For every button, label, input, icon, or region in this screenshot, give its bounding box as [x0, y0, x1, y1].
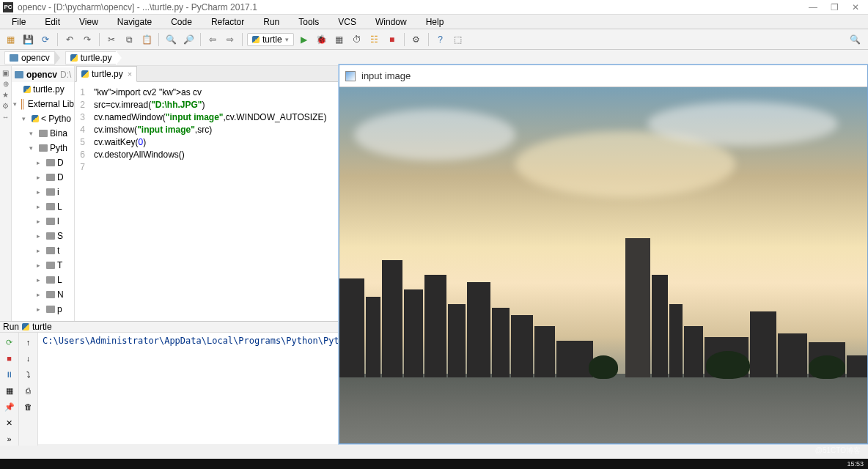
tree-folder[interactable]: ▸t: [12, 243, 74, 258]
expand-icon[interactable]: ▸: [37, 159, 44, 166]
tree-folder-label: t: [57, 245, 59, 256]
pause-icon[interactable]: ⏸: [3, 368, 16, 381]
tree-file[interactable]: turtle.py: [12, 82, 74, 97]
menu-run[interactable]: Run: [254, 17, 288, 27]
toolbar: ▦ 💾 ⟳ ↶ ↷ ✂ ⧉ 📋 🔍 🔎 ⇦ ⇨ turtle ▾ ▶ 🐞 ▦ ⏱…: [0, 29, 868, 50]
undo-icon[interactable]: ↶: [62, 32, 77, 47]
menu-refactor[interactable]: Refactor: [202, 17, 253, 27]
expand-icon[interactable]: ▾: [29, 130, 37, 137]
more-icon[interactable]: »: [3, 432, 16, 446]
menu-edit[interactable]: Edit: [36, 17, 69, 27]
back-icon[interactable]: ⇦: [205, 32, 220, 47]
menu-help[interactable]: Help: [417, 17, 453, 27]
expand-icon[interactable]: ▸: [37, 291, 44, 298]
opencv-image-window[interactable]: input image: [339, 64, 868, 444]
tree-folder[interactable]: ▸S: [12, 229, 74, 243]
menu-window[interactable]: Window: [367, 17, 416, 27]
structure-toolwin-icon[interactable]: ⊕: [3, 80, 9, 88]
tree-folder[interactable]: ▸l: [12, 214, 74, 229]
cut-icon[interactable]: ✂: [104, 32, 119, 47]
expand-icon[interactable]: ▸: [37, 218, 44, 225]
sdk-icon[interactable]: ⬚: [451, 32, 466, 47]
expand-icon[interactable]: ▸: [37, 276, 44, 284]
tree-folder[interactable]: ▸D: [12, 170, 74, 185]
wrap-icon[interactable]: ⤵: [22, 368, 35, 381]
expand-icon[interactable]: ▸: [37, 188, 44, 196]
close-button[interactable]: ✕: [852, 2, 859, 12]
menu-code[interactable]: Code: [162, 17, 201, 27]
settings-gutter-icon[interactable]: ⚙: [2, 102, 9, 110]
tree-folder[interactable]: ▸D: [12, 155, 74, 170]
run-output[interactable]: C:\Users\Administrator\AppData\Local\Pro…: [38, 333, 339, 446]
expand-icon[interactable]: ▾: [29, 144, 37, 152]
close-run-icon[interactable]: ✕: [3, 416, 16, 429]
menu-file[interactable]: File: [3, 17, 34, 27]
project-root[interactable]: opencv D:\: [12, 67, 74, 82]
debug-icon[interactable]: 🐞: [315, 32, 329, 47]
tree-external-libs[interactable]: ▾ ║ External Lib: [12, 97, 74, 111]
tree-folder[interactable]: ▸T: [12, 258, 74, 273]
stop-icon[interactable]: ■: [3, 352, 16, 365]
run-gutter-left: ⟳ ■ ⏸ ▦ 📌 ✕ »: [0, 333, 19, 446]
folder-icon: [46, 306, 55, 313]
settings-icon[interactable]: ⚙: [409, 32, 424, 47]
replace-icon[interactable]: 🔎: [181, 32, 196, 47]
clear-icon[interactable]: 🗑: [22, 400, 35, 413]
favorites-toolwin-icon[interactable]: ★: [2, 91, 9, 99]
tree-folder[interactable]: ▸L: [12, 273, 74, 287]
expand-icon[interactable]: ▸: [37, 247, 44, 254]
collapse-gutter-icon[interactable]: ↔: [2, 113, 10, 121]
menu-navigate[interactable]: Navigate: [108, 17, 161, 27]
expand-icon[interactable]: ▾: [13, 100, 17, 108]
tree-folder[interactable]: ▾Bina: [12, 126, 74, 141]
down-icon[interactable]: ↓: [22, 352, 35, 365]
menu-tools[interactable]: Tools: [290, 17, 328, 27]
menu-view[interactable]: View: [70, 17, 107, 27]
find-icon[interactable]: 🔍: [163, 32, 178, 47]
copy-icon[interactable]: ⧉: [122, 32, 136, 47]
code-area[interactable]: "kw">import cv2 "kw">as cvsrc=cv.imread(…: [88, 82, 332, 358]
coverage-icon[interactable]: ▦: [332, 32, 347, 47]
paste-icon[interactable]: 📋: [139, 32, 154, 47]
stop-icon[interactable]: ■: [385, 32, 400, 47]
editor-tab[interactable]: turtle.py ×: [76, 66, 137, 82]
run-config-dropdown[interactable]: turtle ▾: [247, 33, 294, 46]
expand-icon[interactable]: ▸: [37, 262, 44, 269]
expand-icon[interactable]: ▸: [37, 174, 44, 181]
redo-icon[interactable]: ↷: [80, 32, 95, 47]
tree-folder[interactable]: ▸L: [12, 199, 74, 214]
open-icon[interactable]: ▦: [3, 32, 18, 47]
tree-python-sdk[interactable]: ▾ < Pytho: [12, 111, 74, 126]
concurrency-icon[interactable]: ☷: [367, 32, 382, 47]
help-icon[interactable]: ?: [433, 32, 448, 47]
project-toolwin-icon[interactable]: ▣: [2, 69, 9, 77]
minimize-button[interactable]: —: [809, 2, 817, 12]
tree-folder[interactable]: ▸i: [12, 185, 74, 199]
expand-icon[interactable]: ▸: [37, 232, 44, 240]
layout-icon[interactable]: ▦: [3, 384, 16, 397]
expand-icon[interactable]: ▾: [22, 115, 29, 122]
breadcrumb-file[interactable]: turtle.py: [65, 51, 117, 64]
forward-icon[interactable]: ⇨: [223, 32, 238, 47]
tree-folder[interactable]: ▸p: [12, 302, 74, 317]
expand-icon[interactable]: ▸: [37, 306, 44, 313]
image-window-titlebar[interactable]: input image: [339, 65, 867, 87]
breadcrumb-root[interactable]: opencv: [4, 51, 55, 64]
tree-folder[interactable]: ▸N: [12, 287, 74, 302]
menu-vcs[interactable]: VCS: [329, 17, 365, 27]
up-icon[interactable]: ↑: [22, 336, 35, 349]
expand-icon[interactable]: ▸: [37, 203, 44, 210]
run-icon[interactable]: ▶: [297, 32, 312, 47]
search-everywhere-icon[interactable]: 🔍: [850, 34, 861, 45]
print-icon[interactable]: ⎙: [22, 384, 35, 397]
close-tab-icon[interactable]: ×: [128, 70, 132, 78]
profile-icon[interactable]: ⏱: [350, 32, 364, 47]
tree-folder[interactable]: ▾Pyth: [12, 141, 74, 155]
save-icon[interactable]: 💾: [21, 32, 35, 47]
folder-icon: [46, 291, 55, 298]
maximize-button[interactable]: ❐: [831, 2, 839, 12]
sync-icon[interactable]: ⟳: [38, 32, 53, 47]
rerun-icon[interactable]: ⟳: [3, 336, 16, 349]
pin-icon[interactable]: 📌: [3, 400, 16, 413]
folder-icon: [46, 276, 55, 284]
